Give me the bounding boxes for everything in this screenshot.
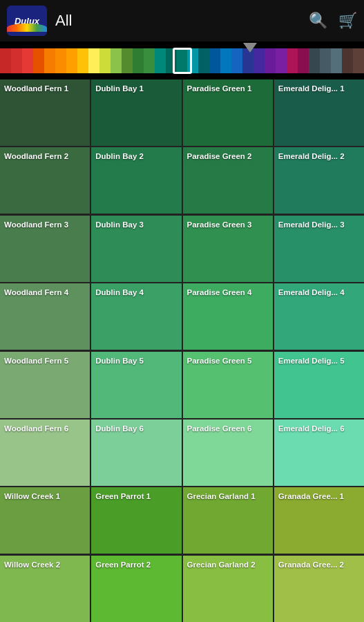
strip-color[interactable] — [331, 48, 342, 73]
strip-color[interactable] — [276, 48, 287, 73]
strip-color[interactable] — [353, 48, 364, 73]
strip-color[interactable] — [198, 48, 209, 73]
color-cell-label: Grecian Garland 1 — [187, 491, 269, 502]
search-icon[interactable]: 🔍 — [309, 12, 327, 30]
color-cell-pg5[interactable]: Paradise Green 5 — [183, 352, 273, 418]
strip-color[interactable] — [22, 48, 33, 73]
color-cell-label: Paradise Green 4 — [187, 288, 269, 298]
color-cell-label: Granada Gree... 1 — [278, 491, 360, 502]
strip-color[interactable] — [342, 48, 353, 73]
color-cell-label: Paradise Green 6 — [187, 424, 269, 434]
color-cell-label: Green Parrot 1 — [95, 491, 177, 502]
color-cell-label: Paradise Green 5 — [187, 356, 269, 366]
header: Dulux All 🔍 🛒 — [0, 0, 364, 41]
strip-color[interactable] — [320, 48, 331, 73]
strip-color[interactable] — [88, 48, 99, 73]
strip-color[interactable] — [144, 48, 155, 73]
strip-color[interactable] — [298, 48, 309, 73]
color-cell-label: Dublin Bay 4 — [95, 288, 177, 298]
strip-color[interactable] — [220, 48, 231, 73]
strip-color[interactable] — [309, 48, 320, 73]
color-cell-wf4[interactable]: Woodland Fern 4 — [0, 283, 90, 350]
color-cell-pg6[interactable]: Paradise Green 6 — [183, 420, 273, 486]
color-cell-label: Paradise Green 1 — [187, 84, 269, 94]
color-cell-label: Willow Creek 2 — [4, 560, 86, 570]
strip-color[interactable] — [209, 48, 220, 73]
color-cell-db6[interactable]: Dublin Bay 6 — [91, 420, 181, 486]
color-cell-label: Woodland Fern 3 — [4, 220, 86, 230]
cart-icon[interactable]: 🛒 — [338, 12, 357, 30]
color-strip[interactable] — [0, 41, 364, 79]
strip-color[interactable] — [155, 48, 166, 73]
color-cell-wf5[interactable]: Woodland Fern 5 — [0, 352, 90, 418]
color-cell-db2[interactable]: Dublin Bay 2 — [91, 147, 181, 214]
strip-color[interactable] — [44, 48, 55, 73]
color-cell-label: Emerald Delig... 3 — [278, 220, 360, 230]
color-cell-wf6[interactable]: Woodland Fern 6 — [0, 420, 90, 486]
color-cell-label: Dublin Bay 5 — [95, 356, 177, 366]
color-cell-gr2[interactable]: Granada Gree... 2 — [274, 556, 364, 622]
color-cell-label: Emerald Delig... 4 — [278, 288, 360, 298]
color-cell-gg1[interactable]: Grecian Garland 1 — [183, 487, 273, 554]
color-cell-wc1[interactable]: Willow Creek 1 — [0, 487, 90, 554]
color-cell-label: Emerald Delig... 2 — [278, 151, 360, 162]
strip-color[interactable] — [33, 48, 44, 73]
color-cell-label: Paradise Green 3 — [187, 220, 269, 230]
color-cell-label: Granada Gree... 2 — [278, 560, 360, 570]
color-cell-label: Woodland Fern 5 — [4, 356, 86, 366]
strip-color[interactable] — [55, 48, 66, 73]
color-cell-label: Woodland Fern 1 — [4, 84, 86, 94]
strip-color[interactable] — [0, 48, 11, 73]
color-cell-ed2[interactable]: Emerald Delig... 2 — [274, 147, 364, 214]
color-cell-gg2[interactable]: Grecian Garland 2 — [183, 556, 273, 622]
color-cell-wc2[interactable]: Willow Creek 2 — [0, 556, 90, 622]
dulux-logo[interactable]: Dulux — [7, 6, 47, 36]
strip-arrow — [243, 43, 257, 53]
strip-color[interactable] — [133, 48, 144, 73]
color-cell-label: Woodland Fern 4 — [4, 288, 86, 298]
strip-color[interactable] — [287, 48, 298, 73]
color-cell-label: Dublin Bay 3 — [95, 220, 177, 230]
color-cell-label: Paradise Green 2 — [187, 151, 269, 162]
strip-color[interactable] — [265, 48, 276, 73]
color-cell-ed4[interactable]: Emerald Delig... 4 — [274, 283, 364, 350]
color-cell-gp2[interactable]: Green Parrot 2 — [91, 556, 181, 622]
color-cell-gp1[interactable]: Green Parrot 1 — [91, 487, 181, 554]
color-cell-wf3[interactable]: Woodland Fern 3 — [0, 216, 90, 282]
strip-color[interactable] — [99, 48, 111, 73]
color-cell-label: Woodland Fern 2 — [4, 151, 86, 162]
color-cell-label: Emerald Delig... 1 — [278, 84, 360, 94]
color-cell-label: Dublin Bay 1 — [95, 84, 177, 94]
color-cell-pg3[interactable]: Paradise Green 3 — [183, 216, 273, 282]
color-cell-label: Green Parrot 2 — [95, 560, 177, 570]
color-cell-ed3[interactable]: Emerald Delig... 3 — [274, 216, 364, 282]
strip-color[interactable] — [66, 48, 77, 73]
strip-color[interactable] — [11, 48, 22, 73]
color-cell-wf1[interactable]: Woodland Fern 1 — [0, 79, 90, 146]
color-cell-ed6[interactable]: Emerald Delig... 6 — [274, 420, 364, 486]
strip-color[interactable] — [111, 48, 122, 73]
color-cell-label: Emerald Delig... 5 — [278, 356, 360, 366]
color-cell-db1[interactable]: Dublin Bay 1 — [91, 79, 181, 146]
color-cell-pg4[interactable]: Paradise Green 4 — [183, 283, 273, 350]
strip-selector[interactable] — [173, 48, 192, 74]
color-grid: Woodland Fern 1Dublin Bay 1Paradise Gree… — [0, 79, 364, 622]
color-cell-pg2[interactable]: Paradise Green 2 — [183, 147, 273, 214]
color-cell-ed1[interactable]: Emerald Delig... 1 — [274, 79, 364, 146]
strip-color[interactable] — [231, 48, 242, 73]
page-title: All — [55, 12, 300, 30]
color-cell-pg1[interactable]: Paradise Green 1 — [183, 79, 273, 146]
strip-color[interactable] — [77, 48, 88, 73]
color-cell-label: Grecian Garland 2 — [187, 560, 269, 570]
color-cell-label: Willow Creek 1 — [4, 491, 86, 502]
strip-color[interactable] — [122, 48, 133, 73]
color-cell-db4[interactable]: Dublin Bay 4 — [91, 283, 181, 350]
header-actions: 🔍 🛒 — [309, 12, 357, 30]
color-cell-label: Woodland Fern 6 — [4, 424, 86, 434]
color-cell-db3[interactable]: Dublin Bay 3 — [91, 216, 181, 282]
color-cell-gr1[interactable]: Granada Gree... 1 — [274, 487, 364, 554]
color-cell-label: Dublin Bay 2 — [95, 151, 177, 162]
color-cell-db5[interactable]: Dublin Bay 5 — [91, 352, 181, 418]
color-cell-wf2[interactable]: Woodland Fern 2 — [0, 147, 90, 214]
color-cell-ed5[interactable]: Emerald Delig... 5 — [274, 352, 364, 418]
